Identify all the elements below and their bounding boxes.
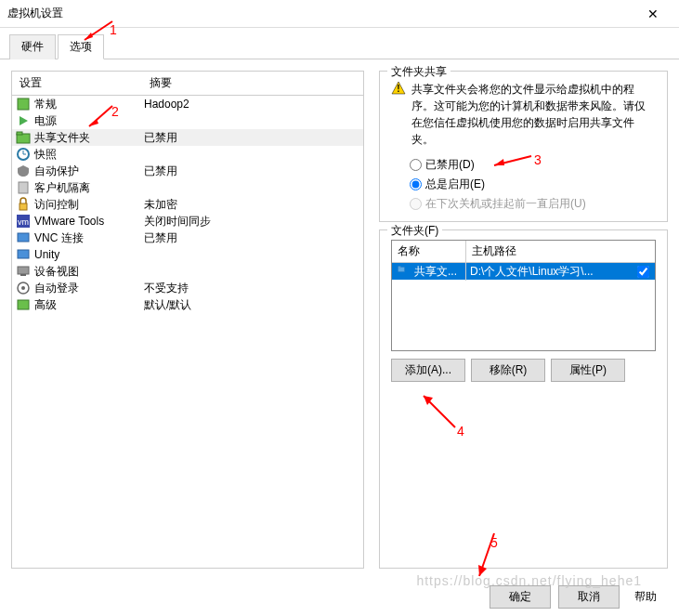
- setting-row-8[interactable]: VNC 连接已禁用: [12, 229, 363, 246]
- svg-rect-0: [18, 98, 29, 110]
- row-icon: [16, 97, 31, 111]
- close-icon[interactable]: ✕: [634, 7, 672, 21]
- folder-col-path[interactable]: 主机路径: [466, 241, 655, 262]
- remove-button[interactable]: 移除(R): [471, 359, 545, 382]
- row-icon: [16, 180, 31, 195]
- setting-row-12[interactable]: 高级默认/默认: [12, 296, 363, 313]
- row-label: 设备视图: [34, 264, 144, 280]
- content-area: 设置 摘要 常规Hadoop2电源共享文件夹已禁用快照自动保护已禁用客户机隔离访…: [0, 59, 679, 580]
- svg-rect-21: [398, 267, 401, 269]
- setting-row-3[interactable]: 快照: [12, 146, 363, 163]
- row-summary: 未加密: [144, 197, 359, 213]
- setting-row-0[interactable]: 常规Hadoop2: [12, 96, 363, 112]
- setting-row-1[interactable]: 电源: [12, 112, 363, 129]
- row-label: 共享文件夹: [34, 130, 144, 146]
- svg-rect-20: [398, 268, 405, 272]
- row-label: 访问控制: [34, 197, 144, 213]
- svg-rect-7: [19, 182, 28, 193]
- row-label: VMware Tools: [34, 215, 144, 228]
- setting-row-10[interactable]: 设备视图: [12, 263, 363, 280]
- row-summary: 已禁用: [144, 130, 359, 146]
- warning-icon: !: [391, 81, 406, 96]
- folder-row-path: D:\个人文件\Linux学习\...: [466, 263, 637, 281]
- setting-row-4[interactable]: 自动保护已禁用: [12, 163, 363, 179]
- svg-rect-8: [20, 203, 27, 210]
- svg-rect-13: [18, 267, 29, 274]
- setting-row-5[interactable]: 客户机隔离: [12, 179, 363, 196]
- cancel-button[interactable]: 取消: [558, 585, 620, 609]
- row-label: Unity: [34, 248, 144, 261]
- row-icon: [16, 264, 31, 279]
- row-icon: [16, 281, 31, 295]
- row-icon: [16, 230, 31, 245]
- svg-text:vm: vm: [18, 217, 29, 227]
- add-button[interactable]: 添加(A)...: [391, 359, 465, 382]
- folder-col-name[interactable]: 名称: [392, 241, 466, 262]
- row-label: 电源: [34, 113, 144, 129]
- svg-rect-17: [18, 300, 29, 309]
- row-summary: 不受支持: [144, 281, 359, 296]
- radio-always[interactable]: 总是启用(E): [410, 177, 656, 192]
- dialog-buttons: 确定 取消 帮助: [490, 585, 664, 609]
- folder-icon: [394, 265, 409, 278]
- row-icon: [16, 197, 31, 212]
- share-group-title: 文件夹共享: [387, 64, 450, 80]
- folder-listbox[interactable]: 名称 主机路径 共享文... D:\个人文件\Linux学习\...: [391, 240, 656, 351]
- radio-disabled[interactable]: 已禁用(D): [410, 157, 656, 173]
- row-label: 自动保护: [34, 164, 144, 179]
- setting-row-11[interactable]: 自动登录不受支持: [12, 280, 363, 296]
- row-label: 客户机隔离: [34, 180, 144, 196]
- row-summary: 关闭时间同步: [144, 214, 359, 229]
- folder-buttons: 添加(A)... 移除(R) 属性(P): [391, 359, 656, 382]
- setting-row-6[interactable]: 访问控制未加密: [12, 196, 363, 213]
- setting-row-9[interactable]: Unity: [12, 246, 363, 263]
- folders-group-title: 文件夹(F): [387, 223, 442, 239]
- row-label: 高级: [34, 297, 144, 313]
- setting-row-2[interactable]: 共享文件夹已禁用: [12, 129, 363, 146]
- setting-row-7[interactable]: vmVMware Tools关闭时间同步: [12, 213, 363, 229]
- folders-group: 文件夹(F) 名称 主机路径 共享文... D:\个人文件\Linux学习\..…: [379, 229, 668, 569]
- row-summary: Hadoop2: [144, 98, 359, 111]
- row-icon: [16, 130, 31, 145]
- svg-rect-12: [18, 250, 29, 258]
- svg-rect-3: [17, 132, 22, 135]
- row-label: VNC 连接: [34, 230, 144, 246]
- settings-header: 设置 摘要: [12, 72, 363, 96]
- folder-header: 名称 主机路径: [392, 241, 655, 263]
- row-icon: [16, 113, 31, 128]
- share-warning: ! 共享文件夹会将您的文件显示给虚拟机中的程序。这可能为您的计算机和数据带来风险…: [391, 81, 656, 148]
- tab-hardware[interactable]: 硬件: [9, 34, 56, 59]
- svg-point-16: [21, 286, 25, 290]
- row-icon: [16, 247, 31, 262]
- svg-text:!: !: [397, 84, 399, 94]
- row-label: 自动登录: [34, 281, 144, 296]
- row-icon: [16, 297, 31, 312]
- window-title: 虚拟机设置: [7, 6, 634, 21]
- col-setting-header: 设置: [12, 72, 142, 95]
- svg-marker-1: [20, 116, 28, 125]
- col-summary-header: 摘要: [142, 72, 363, 95]
- radio-until-off: 在下次关机或挂起前一直启用(U): [410, 196, 656, 212]
- row-icon: [16, 164, 31, 178]
- folder-row-name: 共享文...: [411, 263, 466, 281]
- props-button[interactable]: 属性(P): [551, 359, 625, 382]
- tab-bar: 硬件 选项: [0, 28, 679, 59]
- row-label: 快照: [34, 147, 144, 163]
- row-summary: 已禁用: [144, 230, 359, 246]
- right-panel: 文件夹共享 ! 共享文件夹会将您的文件显示给虚拟机中的程序。这可能为您的计算机和…: [379, 71, 668, 569]
- settings-list: 设置 摘要 常规Hadoop2电源共享文件夹已禁用快照自动保护已禁用客户机隔离访…: [11, 71, 364, 569]
- row-icon: [16, 147, 31, 162]
- help-link[interactable]: 帮助: [627, 586, 664, 608]
- ok-button[interactable]: 确定: [490, 585, 551, 609]
- share-radios: 已禁用(D) 总是启用(E) 在下次关机或挂起前一直启用(U): [410, 157, 656, 212]
- row-label: 常规: [34, 97, 144, 112]
- share-group: 文件夹共享 ! 共享文件夹会将您的文件显示给虚拟机中的程序。这可能为您的计算机和…: [379, 71, 668, 222]
- row-summary: 默认/默认: [144, 297, 359, 313]
- tab-options[interactable]: 选项: [58, 34, 104, 59]
- folder-row[interactable]: 共享文... D:\个人文件\Linux学习\...: [392, 263, 655, 280]
- row-summary: 已禁用: [144, 164, 359, 179]
- titlebar: 虚拟机设置 ✕: [0, 0, 679, 28]
- row-icon: vm: [16, 214, 31, 229]
- folder-row-checkbox[interactable]: [637, 266, 649, 278]
- svg-rect-11: [18, 233, 29, 242]
